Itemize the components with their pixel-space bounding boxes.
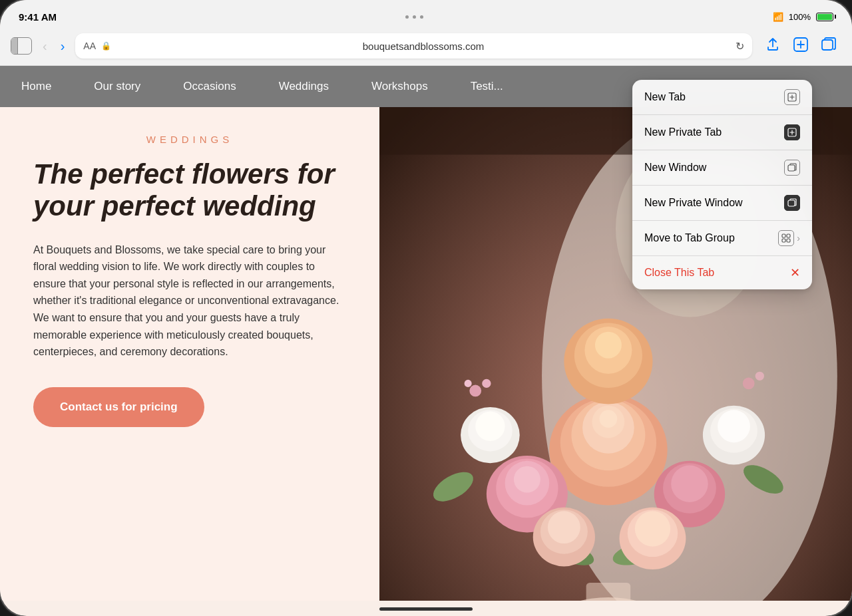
menu-label-close-tab: Close This Tab <box>644 267 714 279</box>
back-button[interactable]: ‹ <box>40 37 50 55</box>
svg-point-15 <box>514 466 540 493</box>
add-tab-button[interactable] <box>788 35 813 58</box>
status-center <box>405 15 423 19</box>
svg-rect-49 <box>788 165 795 171</box>
menu-item-new-window[interactable]: New Window <box>632 150 812 186</box>
menu-label-new-private-window: New Private Window <box>644 197 743 209</box>
menu-item-new-private-window[interactable]: New Private Window <box>632 186 812 221</box>
lock-icon: 🔒 <box>101 41 111 51</box>
svg-point-37 <box>755 372 764 381</box>
svg-point-24 <box>718 410 750 442</box>
nav-item-weddings[interactable]: Weddings <box>258 66 350 107</box>
status-dot-3 <box>420 15 423 19</box>
battery-fill <box>817 14 832 20</box>
tabs-button[interactable] <box>816 35 841 58</box>
share-button[interactable] <box>760 35 785 58</box>
new-private-window-icon <box>784 195 800 211</box>
new-private-tab-icon <box>784 124 800 140</box>
browser-actions <box>760 35 841 58</box>
forward-button[interactable]: › <box>58 37 68 55</box>
home-indicator <box>379 607 473 611</box>
menu-item-new-private-tab[interactable]: New Private Tab <box>632 115 812 150</box>
menu-label-new-window: New Window <box>644 162 706 174</box>
nav-item-home[interactable]: Home <box>0 66 73 107</box>
svg-point-21 <box>475 412 505 441</box>
svg-rect-1 <box>822 40 833 50</box>
status-time: 9:41 AM <box>19 11 57 23</box>
browser-chrome: ‹ › AA 🔒 bouquetsandblossoms.com ↻ <box>0 29 852 66</box>
status-right: 📶 100% <box>773 12 833 22</box>
sidebar-left-panel <box>11 38 18 54</box>
nav-item-occasions[interactable]: Occasions <box>162 66 257 107</box>
svg-point-43 <box>548 511 580 543</box>
svg-point-35 <box>465 380 472 387</box>
status-bar: 9:41 AM 📶 100% <box>0 0 852 29</box>
svg-point-34 <box>482 379 491 388</box>
wifi-icon: 📶 <box>773 12 783 22</box>
aa-control[interactable]: AA <box>83 41 96 51</box>
section-label: WEDDINGS <box>33 134 346 145</box>
contact-pricing-button[interactable]: Contact us for pricing <box>33 387 204 427</box>
svg-point-40 <box>635 511 670 546</box>
menu-item-move-tab-group[interactable]: Move to Tab Group › <box>632 221 812 256</box>
battery-percentage: 100% <box>789 12 811 22</box>
move-tab-group-icon <box>778 230 794 246</box>
page-title: The perfect flowers for your perfect wed… <box>33 158 346 223</box>
reload-button[interactable]: ↻ <box>736 40 744 53</box>
page-body: At Bouquets and Blossoms, we take specia… <box>33 241 346 361</box>
menu-item-new-tab[interactable]: New Tab <box>632 80 812 115</box>
menu-label-new-private-tab: New Private Tab <box>644 126 722 138</box>
svg-point-36 <box>743 378 755 390</box>
content-left: WEDDINGS The perfect flowers for your pe… <box>0 107 379 601</box>
nav-item-our-story[interactable]: Our story <box>73 66 162 107</box>
status-dot-2 <box>413 15 416 19</box>
address-bar[interactable]: AA 🔒 bouquetsandblossoms.com ↻ <box>75 33 752 59</box>
menu-label-new-tab: New Tab <box>644 91 686 103</box>
close-tab-icon: ✕ <box>790 265 800 280</box>
nav-item-workshops[interactable]: Workshops <box>350 66 449 107</box>
url-display[interactable]: bouquetsandblossoms.com <box>116 41 730 52</box>
svg-rect-50 <box>788 200 795 206</box>
battery-icon <box>816 13 833 21</box>
svg-point-11 <box>600 410 618 428</box>
new-tab-icon <box>784 89 800 105</box>
svg-point-28 <box>595 332 622 359</box>
context-menu: New Tab New Private Tab <box>632 80 812 289</box>
ipad-screen: 9:41 AM 📶 100% ‹ › AA � <box>0 0 852 616</box>
svg-rect-45 <box>586 583 631 601</box>
menu-label-move-tab-group: Move to Tab Group <box>644 232 735 244</box>
svg-point-33 <box>469 385 481 397</box>
nav-item-testimonials[interactable]: Testi... <box>449 66 525 107</box>
svg-rect-54 <box>787 239 790 242</box>
menu-item-close-tab[interactable]: Close This Tab ✕ <box>632 256 812 289</box>
new-window-icon <box>784 160 800 176</box>
svg-rect-53 <box>782 239 785 242</box>
chevron-right-icon: › <box>797 233 800 243</box>
svg-rect-51 <box>782 234 785 237</box>
status-dot-1 <box>405 15 409 19</box>
ipad-frame: 9:41 AM 📶 100% ‹ › AA � <box>0 0 852 616</box>
move-tab-group-icons: › <box>778 230 800 246</box>
sidebar-toggle-button[interactable] <box>11 37 32 55</box>
svg-point-18 <box>671 466 708 502</box>
svg-rect-52 <box>787 234 790 237</box>
